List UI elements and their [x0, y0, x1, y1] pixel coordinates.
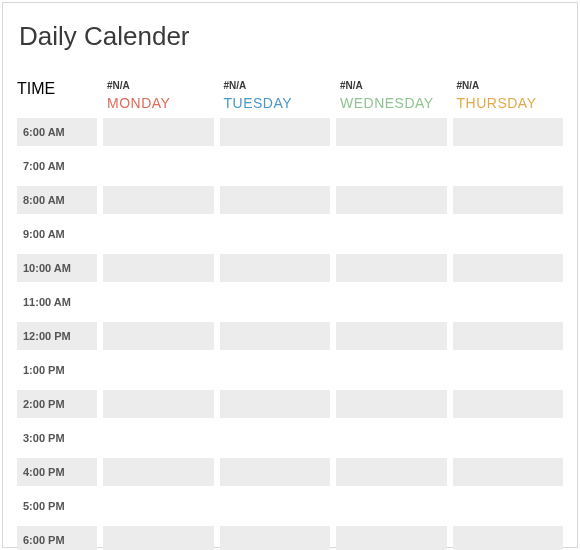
calendar-slot[interactable]: [103, 458, 214, 486]
calendar-slot[interactable]: [103, 424, 214, 452]
calendar-slot[interactable]: [453, 390, 564, 418]
time-label: 1:00 PM: [17, 356, 97, 384]
day-header-tuesday: #N/A TUESDAY: [220, 80, 331, 118]
calendar-slot[interactable]: [103, 220, 214, 248]
calendar-slot[interactable]: [220, 152, 331, 180]
calendar-slot[interactable]: [220, 424, 331, 452]
time-label: 5:00 PM: [17, 492, 97, 520]
calendar-slot[interactable]: [336, 390, 447, 418]
calendar-grid: TIME #N/A MONDAY #N/A TUESDAY #N/A WEDNE…: [17, 80, 563, 550]
calendar-slot[interactable]: [336, 152, 447, 180]
time-label: 3:00 PM: [17, 424, 97, 452]
calendar-slot[interactable]: [453, 458, 564, 486]
calendar-slot[interactable]: [220, 322, 331, 350]
time-label: 10:00 AM: [17, 254, 97, 282]
calendar-slot[interactable]: [103, 186, 214, 214]
day-name: MONDAY: [107, 95, 170, 111]
calendar-slot[interactable]: [336, 526, 447, 550]
calendar-slot[interactable]: [220, 356, 331, 384]
calendar-slot[interactable]: [453, 288, 564, 316]
calendar-slot[interactable]: [336, 254, 447, 282]
day-header-monday: #N/A MONDAY: [103, 80, 214, 118]
time-label: 9:00 AM: [17, 220, 97, 248]
calendar-slot[interactable]: [453, 254, 564, 282]
calendar-slot[interactable]: [336, 220, 447, 248]
calendar-slot[interactable]: [220, 118, 331, 146]
time-label: 8:00 AM: [17, 186, 97, 214]
calendar-slot[interactable]: [220, 390, 331, 418]
calendar-slot[interactable]: [453, 424, 564, 452]
calendar-slot[interactable]: [453, 186, 564, 214]
calendar-slot[interactable]: [103, 492, 214, 520]
calendar-slot[interactable]: [453, 322, 564, 350]
calendar-slot[interactable]: [103, 526, 214, 550]
calendar-slot[interactable]: [336, 458, 447, 486]
calendar-slot[interactable]: [220, 186, 331, 214]
calendar-slot[interactable]: [453, 492, 564, 520]
calendar-slot[interactable]: [453, 356, 564, 384]
calendar-slot[interactable]: [220, 220, 331, 248]
na-label: #N/A: [340, 80, 443, 91]
calendar-slot[interactable]: [103, 118, 214, 146]
calendar-slot[interactable]: [220, 458, 331, 486]
na-label: #N/A: [224, 80, 327, 91]
calendar-slot[interactable]: [336, 118, 447, 146]
na-label: #N/A: [107, 80, 210, 91]
day-header-wednesday: #N/A WEDNESDAY: [336, 80, 447, 118]
calendar-slot[interactable]: [336, 492, 447, 520]
time-label: 11:00 AM: [17, 288, 97, 316]
time-column-header: TIME: [17, 80, 97, 118]
time-label: 12:00 PM: [17, 322, 97, 350]
day-name: WEDNESDAY: [340, 95, 434, 111]
calendar-slot[interactable]: [453, 220, 564, 248]
page-title: Daily Calender: [19, 21, 563, 52]
calendar-slot[interactable]: [103, 356, 214, 384]
calendar-slot[interactable]: [220, 288, 331, 316]
time-label: 6:00 PM: [17, 526, 97, 550]
calendar-slot[interactable]: [336, 356, 447, 384]
calendar-slot[interactable]: [336, 288, 447, 316]
calendar-slot[interactable]: [220, 526, 331, 550]
na-label: #N/A: [457, 80, 560, 91]
day-name: THURSDAY: [457, 95, 537, 111]
day-name: TUESDAY: [224, 95, 293, 111]
calendar-slot[interactable]: [103, 254, 214, 282]
calendar-slot[interactable]: [220, 492, 331, 520]
calendar-slot[interactable]: [336, 186, 447, 214]
calendar-slot[interactable]: [453, 152, 564, 180]
calendar-slot[interactable]: [103, 322, 214, 350]
calendar-slot[interactable]: [103, 288, 214, 316]
calendar-slot[interactable]: [103, 152, 214, 180]
time-label: 6:00 AM: [17, 118, 97, 146]
calendar-slot[interactable]: [336, 424, 447, 452]
day-header-thursday: #N/A THURSDAY: [453, 80, 564, 118]
calendar-slot[interactable]: [453, 526, 564, 550]
calendar-frame: Daily Calender TIME #N/A MONDAY #N/A TUE…: [2, 2, 578, 548]
time-label: 7:00 AM: [17, 152, 97, 180]
calendar-slot[interactable]: [220, 254, 331, 282]
calendar-slot[interactable]: [336, 322, 447, 350]
calendar-slot[interactable]: [103, 390, 214, 418]
time-label: 2:00 PM: [17, 390, 97, 418]
calendar-slot[interactable]: [453, 118, 564, 146]
time-label: 4:00 PM: [17, 458, 97, 486]
